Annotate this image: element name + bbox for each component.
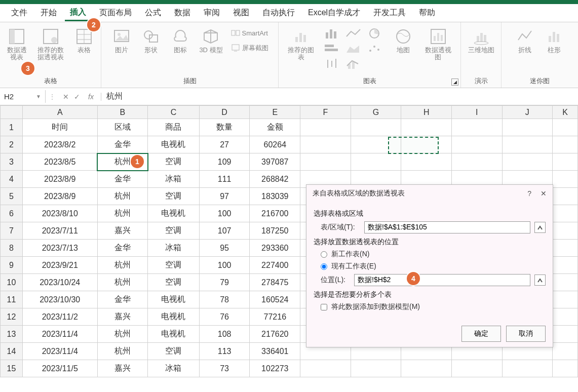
cell[interactable] xyxy=(401,153,452,171)
cell[interactable]: 数量 xyxy=(199,119,250,136)
cell[interactable]: 空调 xyxy=(148,153,200,171)
cell[interactable]: 空调 xyxy=(148,257,200,274)
col-header-G[interactable]: G xyxy=(351,106,401,119)
cell[interactable] xyxy=(451,153,502,171)
row-header[interactable]: 14 xyxy=(1,343,23,360)
menu-custom[interactable]: Excel自学成才 xyxy=(303,6,365,20)
cell[interactable] xyxy=(553,119,578,136)
cell[interactable] xyxy=(553,326,578,343)
row-header[interactable]: 13 xyxy=(1,326,23,343)
cell[interactable]: 杭州 xyxy=(97,257,148,274)
menu-file[interactable]: 文件 xyxy=(6,6,32,20)
cell[interactable]: 183039 xyxy=(250,188,300,205)
cell[interactable]: 278475 xyxy=(250,274,300,291)
cell[interactable]: 227400 xyxy=(250,257,300,274)
accept-formula-icon[interactable]: ✓ xyxy=(74,93,80,101)
cell[interactable]: 100 xyxy=(199,205,250,222)
new-sheet-radio[interactable] xyxy=(321,251,327,258)
cell[interactable]: 电视机 xyxy=(148,326,200,343)
cell[interactable]: 2023/9/21 xyxy=(22,257,97,274)
row-header[interactable]: 11 xyxy=(1,291,23,308)
cell[interactable]: 杭州 xyxy=(97,205,148,222)
cell[interactable]: 102273 xyxy=(250,360,300,377)
cell[interactable] xyxy=(553,274,578,291)
cell[interactable] xyxy=(553,171,578,188)
row-header[interactable]: 12 xyxy=(1,308,23,326)
cell[interactable] xyxy=(553,136,578,153)
col-header-B[interactable]: B xyxy=(97,106,148,119)
cell[interactable]: 336401 xyxy=(250,343,300,360)
recommended-pivot-button[interactable]: 推荐的数据透视表 xyxy=(33,25,67,75)
cell[interactable]: 2023/11/5 xyxy=(22,360,97,377)
menu-automate[interactable]: 自动执行 xyxy=(257,6,300,20)
screenshot-button[interactable]: 屏幕截图 xyxy=(229,43,271,54)
cell[interactable]: 268842 xyxy=(250,171,300,188)
cell[interactable] xyxy=(351,153,401,171)
cancel-formula-icon[interactable]: ✕ xyxy=(63,93,69,101)
dialog-help-button[interactable]: ? xyxy=(527,189,531,198)
row-header[interactable]: 10 xyxy=(1,274,23,291)
cell[interactable]: 电视机 xyxy=(148,136,200,153)
cell[interactable] xyxy=(553,153,578,171)
table-button[interactable]: 表格 xyxy=(71,25,97,75)
cell[interactable]: 嘉兴 xyxy=(97,308,148,326)
row-header[interactable]: 15 xyxy=(1,360,23,377)
cell[interactable] xyxy=(300,136,351,153)
data-model-checkbox[interactable] xyxy=(321,304,327,310)
cell[interactable]: 嘉兴 xyxy=(97,360,148,377)
cell[interactable]: 397087 xyxy=(250,153,300,171)
cell[interactable] xyxy=(451,136,502,153)
cell[interactable]: 金华 xyxy=(97,136,148,153)
cell[interactable]: 2023/8/9 xyxy=(22,188,97,205)
cell[interactable] xyxy=(553,222,578,240)
row-header[interactable]: 7 xyxy=(1,222,23,240)
cancel-button[interactable]: 取消 xyxy=(506,326,546,342)
cell[interactable]: 空调 xyxy=(148,343,200,360)
cell[interactable]: 电视机 xyxy=(148,291,200,308)
menu-home[interactable]: 开始 xyxy=(35,6,62,20)
select-all-corner[interactable] xyxy=(1,106,23,119)
fx-icon[interactable]: fx xyxy=(85,93,97,101)
cell[interactable]: 160524 xyxy=(250,291,300,308)
smartart-button[interactable]: SmartArt xyxy=(229,27,271,38)
cell[interactable]: 109 xyxy=(199,153,250,171)
sparkline-line-button[interactable]: 折线 xyxy=(512,25,537,75)
3d-model-button[interactable]: 3D 模型 xyxy=(197,25,224,75)
cell[interactable] xyxy=(451,119,502,136)
cell[interactable] xyxy=(553,257,578,274)
charts-launcher[interactable]: ◢ xyxy=(451,79,458,86)
sparkline-column-button[interactable]: 柱形 xyxy=(542,25,567,75)
existing-sheet-radio[interactable] xyxy=(321,263,327,270)
row-header[interactable]: 1 xyxy=(1,119,23,136)
map-chart-button[interactable]: 地图 xyxy=(391,25,416,75)
cell[interactable]: 空调 xyxy=(148,274,200,291)
cell[interactable]: 2023/7/11 xyxy=(22,222,97,240)
cell[interactable]: 217620 xyxy=(250,326,300,343)
cell[interactable]: 商品 xyxy=(148,119,200,136)
cell[interactable] xyxy=(351,119,401,136)
cell[interactable]: 杭州 xyxy=(97,188,148,205)
cell[interactable]: 107 xyxy=(199,222,250,240)
cell[interactable]: 杭州 xyxy=(97,343,148,360)
cell[interactable]: 2023/11/2 xyxy=(22,308,97,326)
cell[interactable] xyxy=(502,153,553,171)
picture-button[interactable]: 图片 xyxy=(109,25,134,75)
cell[interactable]: 216700 xyxy=(250,205,300,222)
name-box[interactable]: H2 ▼ xyxy=(0,90,46,103)
col-header-C[interactable]: C xyxy=(148,106,200,119)
cell[interactable]: 78 xyxy=(199,291,250,308)
cell[interactable]: 冰箱 xyxy=(148,240,200,257)
icons-button[interactable]: 图标 xyxy=(168,25,193,75)
cell[interactable] xyxy=(351,360,401,377)
cell[interactable] xyxy=(401,119,452,136)
menu-developer[interactable]: 开发工具 xyxy=(368,6,411,20)
cell[interactable]: 空调 xyxy=(148,188,200,205)
cell[interactable]: 108 xyxy=(199,326,250,343)
cell[interactable]: 杭州 xyxy=(97,326,148,343)
cell[interactable]: 60264 xyxy=(250,136,300,153)
cell[interactable] xyxy=(553,308,578,326)
menu-data[interactable]: 数据 xyxy=(169,6,196,20)
cell[interactable]: 冰箱 xyxy=(148,360,200,377)
formula-expand-icon[interactable]: ⋮ xyxy=(46,93,59,101)
cell[interactable]: 嘉兴 xyxy=(97,222,148,240)
